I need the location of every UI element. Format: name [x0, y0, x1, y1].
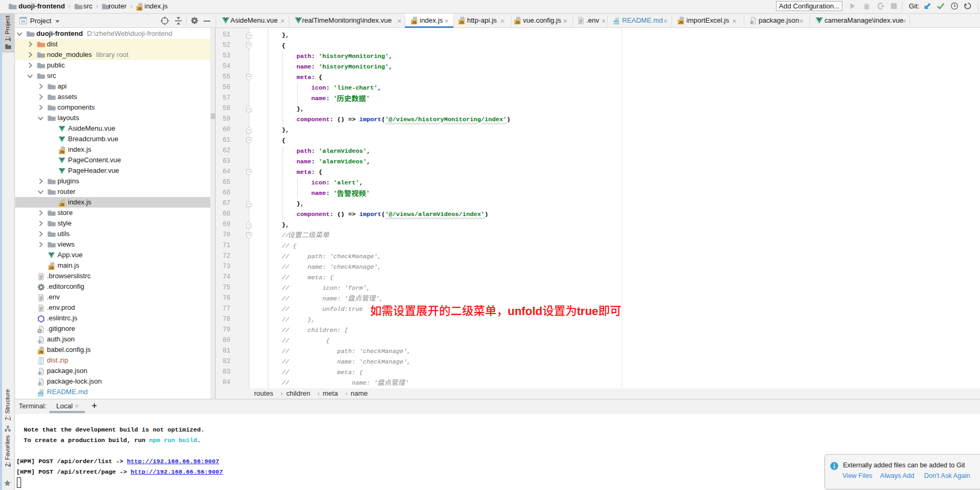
svg-text:JS: JS [60, 150, 64, 154]
svg-text:JS: JS [60, 202, 64, 207]
svg-text:MD: MD [38, 393, 43, 396]
svg-text:JS: JS [49, 266, 54, 270]
svg-text:JS: JS [137, 6, 142, 11]
svg-text:MD: MD [614, 21, 619, 24]
svg-text:JS: JS [678, 20, 683, 25]
svg-text:JS: JS [459, 20, 464, 25]
svg-text:JS: JS [515, 20, 520, 25]
svg-text:JS: JS [412, 20, 416, 25]
svg-text:JS: JS [38, 350, 43, 355]
